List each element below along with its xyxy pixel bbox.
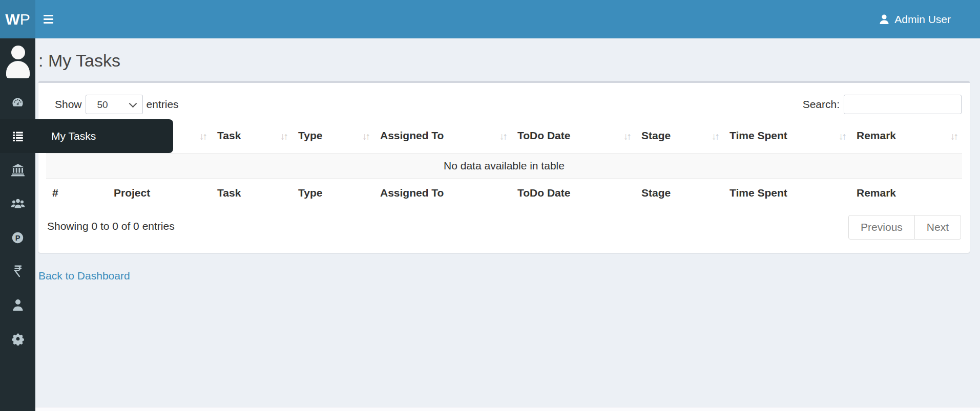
sidebar-item-profile[interactable] <box>0 288 35 322</box>
footer-column-header-task: Task <box>211 178 292 208</box>
sort-icon: ↓↑ <box>712 131 718 142</box>
sidebar-item-bank[interactable] <box>0 153 35 187</box>
page-length-select[interactable]: 50 <box>86 95 143 114</box>
speedometer-icon <box>11 96 25 110</box>
column-header-label: Remark <box>857 129 896 141</box>
column-header-label: Stage <box>641 129 671 141</box>
column-header-label: Task <box>217 129 241 141</box>
user-icon <box>880 14 889 25</box>
table-search-control: Search: <box>803 95 962 114</box>
page-length-select-wrap: 50 <box>86 95 143 114</box>
footer-column-header-remark: Remark <box>850 178 962 208</box>
search-input[interactable] <box>844 95 962 114</box>
sidebar-user-panel <box>0 38 35 85</box>
search-label: Search: <box>803 98 840 111</box>
user-name-label: Admin User <box>894 13 951 26</box>
footer-column-header-assigned-to: Assigned To <box>374 178 511 208</box>
column-header-stage[interactable]: ↓↑Stage <box>635 119 723 153</box>
sidebar-item-dashboard[interactable] <box>0 85 35 119</box>
sidebar-item-my-tasks[interactable]: My Tasks <box>0 119 35 153</box>
logo-bold-letter: W <box>5 11 19 28</box>
footer-column-header-type: Type <box>292 178 374 208</box>
page-title: : My Tasks <box>38 51 120 71</box>
previous-page-button[interactable]: Previous <box>848 215 915 240</box>
column-header-label: ToDo Date <box>517 129 570 141</box>
list-icon <box>11 129 25 143</box>
table-empty-row: No data available in table <box>46 153 962 178</box>
sidebar-item-users[interactable] <box>0 187 35 221</box>
entries-label: entries <box>147 98 179 111</box>
column-header-task[interactable]: ↓↑Task <box>211 119 292 153</box>
app-logo[interactable]: WP <box>0 0 35 38</box>
top-navbar: WP Admin User <box>0 0 980 38</box>
table-length-control: Show 50 entries <box>55 95 179 114</box>
tasks-table: ↓↑#↓↑Project↓↑Task↓↑Type↓↑Assigned To↓↑T… <box>46 119 962 208</box>
footer-column-header-col: # <box>46 178 108 208</box>
column-header-label: Assigned To <box>380 129 444 141</box>
column-header-label: Type <box>298 129 322 141</box>
users-icon <box>10 198 26 210</box>
user-dropdown-toggle[interactable]: Admin User <box>869 0 980 38</box>
svg-text:P: P <box>15 233 20 242</box>
table-info-text: Showing 0 to 0 of 0 entries <box>47 220 175 232</box>
column-header-assigned-to[interactable]: ↓↑Assigned To <box>374 119 511 153</box>
column-header-type[interactable]: ↓↑Type <box>292 119 374 153</box>
column-header-remark[interactable]: ↓↑Remark <box>850 119 962 153</box>
horizontal-scrollbar-track[interactable] <box>35 407 980 411</box>
sidebar-flyout-my-tasks[interactable]: My Tasks <box>35 119 173 153</box>
table-header-row: ↓↑#↓↑Project↓↑Task↓↑Type↓↑Assigned To↓↑T… <box>46 119 962 153</box>
sort-icon: ↓↑ <box>199 131 206 142</box>
sidebar-item-payments[interactable] <box>0 254 35 288</box>
person-icon <box>12 298 24 312</box>
sort-icon: ↓↑ <box>623 131 630 142</box>
next-page-button[interactable]: Next <box>915 215 961 240</box>
empty-message-cell: No data available in table <box>46 153 962 178</box>
sidebar-item-settings[interactable] <box>0 322 35 356</box>
column-header-todo-date[interactable]: ↓↑ToDo Date <box>511 119 635 153</box>
sidebar-item-p-module[interactable]: P <box>0 221 35 254</box>
sort-icon: ↓↑ <box>950 131 957 142</box>
sort-icon: ↓↑ <box>362 131 369 142</box>
rupee-icon <box>12 265 24 278</box>
flyout-label: My Tasks <box>51 130 96 142</box>
column-header-time-spent[interactable]: ↓↑Time Spent <box>723 119 850 153</box>
logo-light-letter: P <box>20 11 30 28</box>
user-avatar-icon[interactable] <box>6 46 30 78</box>
footer-column-header-todo-date: ToDo Date <box>511 178 635 208</box>
back-to-dashboard-link[interactable]: Back to Dashboard <box>38 270 130 282</box>
sidebar-toggle-button[interactable] <box>35 0 61 38</box>
pagination: Previous Next <box>848 215 961 240</box>
sidebar: My Tasks <box>0 38 35 411</box>
sort-icon: ↓↑ <box>839 131 845 142</box>
column-header-label: Time Spent <box>729 129 787 141</box>
bank-icon <box>11 163 25 177</box>
sort-icon: ↓↑ <box>280 131 287 142</box>
hamburger-icon <box>44 15 53 16</box>
p-circle-icon: P <box>11 231 25 245</box>
footer-column-header-stage: Stage <box>635 178 723 208</box>
show-label: Show <box>55 98 82 111</box>
sort-icon: ↓↑ <box>499 131 506 142</box>
table-footer-row: #ProjectTaskTypeAssigned ToToDo DateStag… <box>46 178 962 208</box>
gear-icon <box>11 332 25 345</box>
app-window: WP Admin User <box>0 0 980 411</box>
footer-column-header-time-spent: Time Spent <box>723 178 850 208</box>
tasks-panel: Show 50 entries Search: ↓↑#↓↑Project↓↑Ta… <box>38 81 970 253</box>
footer-column-header-project: Project <box>108 178 211 208</box>
